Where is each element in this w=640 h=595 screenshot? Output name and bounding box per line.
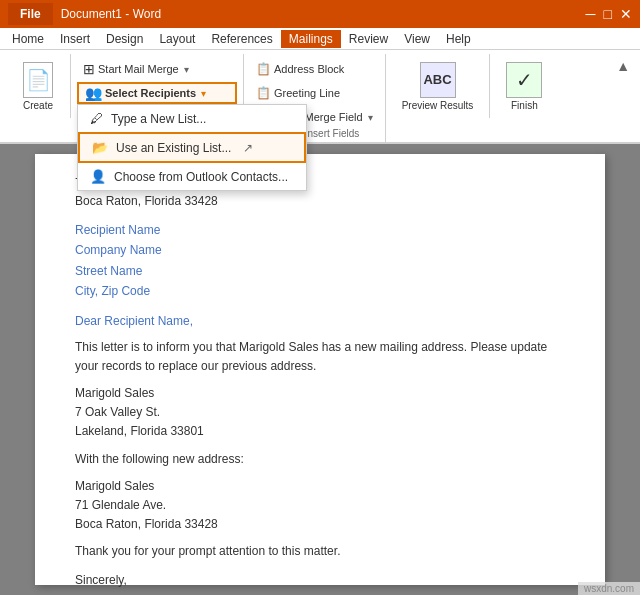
select-recipients-dropdown: 🖊 Type a New List... 📂 Use an Existing L… <box>77 104 307 191</box>
doc-thank-you: Thank you for your prompt attention to t… <box>75 542 565 561</box>
preview-results-button[interactable]: ABC Preview Results <box>396 60 480 113</box>
ribbon-group-create: 📄 Create <box>6 54 71 118</box>
menu-references[interactable]: References <box>203 30 280 48</box>
finish-merge-button[interactable]: ✓ Finish <box>500 60 548 113</box>
greeting-line-button[interactable]: 📋 Greeting Line <box>250 82 346 104</box>
ribbon-group-finish: ✓ Finish <box>490 54 558 118</box>
menu-mailings[interactable]: Mailings <box>281 30 341 48</box>
doc-old-address: Marigold Sales 7 Oak Valley St. Lakeland… <box>75 384 565 442</box>
maximize-icon[interactable]: □ <box>604 6 612 22</box>
file-button[interactable]: File <box>8 3 53 25</box>
menu-view[interactable]: View <box>396 30 438 48</box>
field-recipient: Recipient Name <box>75 220 565 240</box>
doc-salutation: Dear Recipient Name, <box>75 312 565 330</box>
minimize-icon[interactable]: ─ <box>586 6 596 22</box>
ribbon-group-preview-results: ABC Preview Results <box>386 54 491 118</box>
menu-insert[interactable]: Insert <box>52 30 98 48</box>
document-page: 71 Glendale Ave. Boca Raton, Florida 334… <box>35 154 605 585</box>
ribbon-group-start-mail-merge: ⊞ Start Mail Merge ▾ 👥 Select Recipients… <box>71 54 244 143</box>
ribbon-collapse-arrow[interactable]: ▲ <box>612 54 634 78</box>
menu-layout[interactable]: Layout <box>151 30 203 48</box>
select-recipients-container: 👥 Select Recipients ▾ 🖊 Type a New List.… <box>77 82 237 104</box>
field-street: Street Name <box>75 261 565 281</box>
menu-review[interactable]: Review <box>341 30 396 48</box>
address-block-button[interactable]: 📋 Address Block <box>250 58 350 80</box>
start-mail-merge-button[interactable]: ⊞ Start Mail Merge ▾ <box>77 58 237 80</box>
menu-help[interactable]: Help <box>438 30 479 48</box>
choose-outlook-contacts-item[interactable]: 👤 Choose from Outlook Contacts... <box>78 163 306 190</box>
doc-body-paragraph1: This letter is to inform you that Marigo… <box>75 338 565 376</box>
menu-bar: Home Insert Design Layout References Mai… <box>0 28 640 50</box>
doc-merge-fields: Recipient Name Company Name Street Name … <box>75 220 565 302</box>
select-recipients-button[interactable]: 👥 Select Recipients ▾ <box>77 82 237 104</box>
watermark: wsxdn.com <box>578 582 640 595</box>
type-new-list-item[interactable]: 🖊 Type a New List... <box>78 105 306 132</box>
menu-design[interactable]: Design <box>98 30 151 48</box>
window-controls: ─ □ ✕ <box>586 6 632 22</box>
field-city: City, Zip Code <box>75 281 565 301</box>
field-company: Company Name <box>75 240 565 260</box>
close-icon[interactable]: ✕ <box>620 6 632 22</box>
menu-home[interactable]: Home <box>4 30 52 48</box>
create-button[interactable]: 📄 Create <box>16 60 60 113</box>
use-existing-list-item[interactable]: 📂 Use an Existing List... ↗ <box>78 132 306 163</box>
app-title: Document1 - Word <box>61 7 161 21</box>
doc-sincerely: Sincerely, Marigold Sales <box>75 571 565 595</box>
ribbon: 📄 Create ⊞ Start Mail Merge ▾ 👥 <box>0 50 640 144</box>
doc-new-address: Marigold Sales 71 Glendale Ave. Boca Rat… <box>75 477 565 535</box>
title-bar: File Document1 - Word ─ □ ✕ <box>0 0 640 28</box>
document-area: 71 Glendale Ave. Boca Raton, Florida 334… <box>0 144 640 595</box>
doc-new-intro: With the following new address: <box>75 450 565 469</box>
